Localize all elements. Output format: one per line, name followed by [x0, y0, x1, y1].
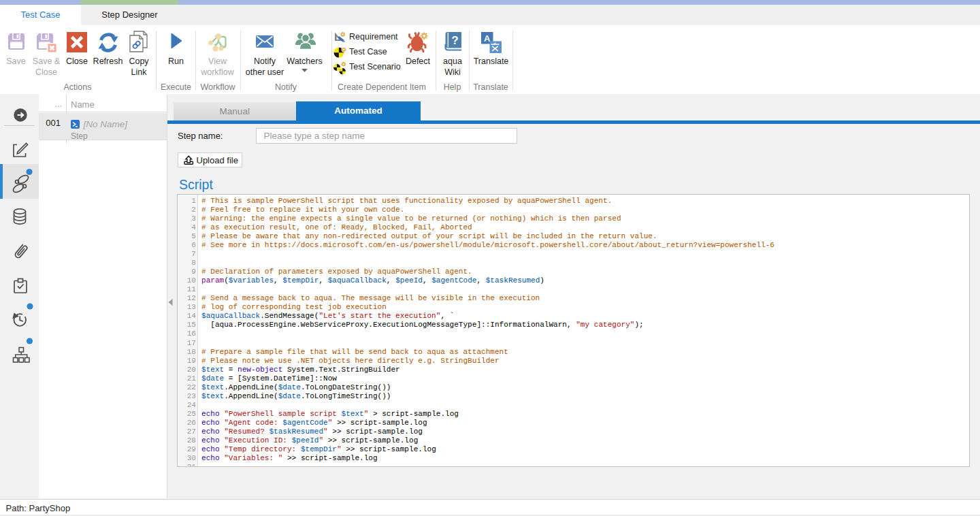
svg-text:?: ? [451, 34, 458, 46]
